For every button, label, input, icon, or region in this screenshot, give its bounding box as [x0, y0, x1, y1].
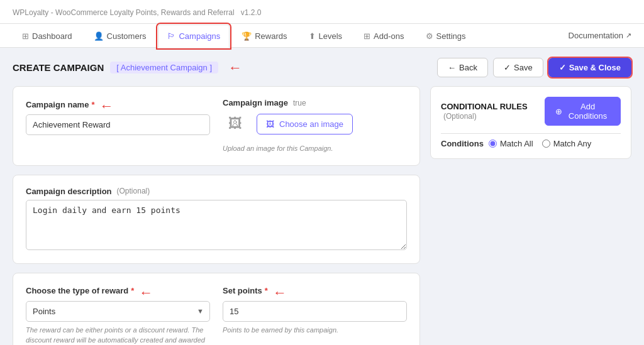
conditional-rules-header: CONDITIONAL RULES (Optional) ⊕ Add Condi…: [441, 97, 621, 126]
main-content: CREATE CAMPAIGN [ Achievement Campaign ]…: [0, 48, 644, 345]
content-layout: Campaign name * ← Campaign image: [13, 86, 631, 345]
conditional-rules-title: CONDITIONAL RULES (Optional): [441, 102, 545, 121]
image-icon: 🖼: [266, 119, 274, 129]
conditions-row: Conditions Match All Match Any: [441, 139, 621, 148]
tab-campaigns[interactable]: 🏳 Campaigns: [158, 25, 230, 48]
name-arrow-indicator: ←: [99, 98, 113, 114]
points-arrow-indicator: ←: [273, 285, 287, 301]
choose-image-button[interactable]: 🖼 Choose an image: [257, 114, 353, 134]
name-image-row: Campaign name * ← Campaign image: [26, 98, 407, 154]
set-points-label: Set points *: [223, 286, 268, 295]
title-arrow-indicator: ←: [228, 60, 242, 76]
nav-bar: ⊞ Dashboard 👤 Customers 🏳 Campaigns 🏆 Re…: [0, 24, 644, 48]
save-icon: ✓: [504, 63, 511, 72]
campaign-name-label: Campaign name *: [26, 100, 94, 109]
header-buttons: ← Back ✓ Save ✓ Save & Close: [437, 58, 631, 77]
campaign-name-label-row: Campaign name * ←: [26, 98, 210, 114]
set-points-label-row: Set points * ←: [223, 285, 407, 301]
save-close-icon: ✓: [559, 63, 566, 72]
reward-type-select-wrapper: Points Discount ▼: [26, 301, 210, 322]
external-link-icon: ↗: [626, 31, 631, 40]
set-points-col: Set points * ← Points to be earned by th…: [223, 285, 407, 336]
page-title: CREATE CAMPAIGN: [13, 62, 104, 73]
save-close-button[interactable]: ✓ Save & Close: [548, 58, 631, 77]
right-panel: CONDITIONAL RULES (Optional) ⊕ Add Condi…: [430, 86, 631, 345]
required-star: *: [91, 100, 94, 109]
image-upload-help: Upload an image for this Campaign.: [223, 143, 407, 154]
match-all-option[interactable]: Match All: [489, 139, 533, 148]
campaign-image-label: Campaign image true: [223, 98, 407, 107]
addons-icon: ⊞: [364, 31, 370, 41]
image-upload-area: 🖼 🖼 Choose an image Upload an image for …: [223, 111, 407, 154]
set-points-help: Points to be earned by this campaign.: [223, 325, 407, 336]
back-icon: ←: [448, 63, 456, 72]
tab-addons[interactable]: ⊞ Add-ons: [354, 25, 413, 48]
image-upload-wrapper: 🖼 🖼 Choose an image: [223, 111, 407, 136]
nav-tabs: ⊞ Dashboard 👤 Customers 🏳 Campaigns 🏆 Re…: [13, 24, 475, 47]
dashboard-icon: ⊞: [22, 31, 29, 41]
app-title: WPLoyalty - WooCommerce Loyalty Points, …: [13, 6, 261, 17]
divider: [441, 133, 621, 134]
tab-levels[interactable]: ⬆ Levels: [299, 25, 352, 48]
customers-icon: 👤: [94, 31, 104, 41]
rewards-icon: 🏆: [242, 31, 252, 41]
campaign-name-col: Campaign name * ←: [26, 98, 210, 154]
reward-required-star: *: [131, 286, 134, 295]
campaign-name-input[interactable]: [26, 114, 210, 135]
reward-type-help: The reward can be either points or a dis…: [26, 325, 210, 346]
back-button[interactable]: ← Back: [437, 58, 488, 77]
match-all-radio[interactable]: [489, 140, 497, 148]
add-conditions-button[interactable]: ⊕ Add Conditions: [545, 97, 621, 126]
reward-type-select[interactable]: Points Discount: [26, 301, 210, 322]
reward-set-row: Choose the type of reward * ← Points Dis…: [26, 285, 407, 346]
tab-customers[interactable]: 👤 Customers: [84, 25, 156, 48]
page-title-area: CREATE CAMPAIGN [ Achievement Campaign ]…: [13, 60, 242, 76]
name-image-section: Campaign name * ← Campaign image: [13, 86, 420, 166]
page-header-row: CREATE CAMPAIGN [ Achievement Campaign ]…: [13, 58, 631, 77]
tab-settings[interactable]: ⚙ Settings: [416, 25, 475, 48]
reward-type-label-row: Choose the type of reward * ←: [26, 285, 210, 301]
reward-type-label: Choose the type of reward *: [26, 286, 134, 295]
conditional-rules-card: CONDITIONAL RULES (Optional) ⊕ Add Condi…: [430, 86, 631, 159]
campaign-description-input[interactable]: Login daily and earn 15 points: [26, 200, 407, 250]
reward-type-col: Choose the type of reward * ← Points Dis…: [26, 285, 210, 346]
conditions-label: Conditions: [441, 139, 484, 148]
reward-points-section: Choose the type of reward * ← Points Dis…: [13, 273, 420, 346]
match-radio-group: Match All Match Any: [489, 139, 591, 148]
match-any-radio[interactable]: [542, 140, 550, 148]
documentation-link[interactable]: Documentation ↗: [569, 31, 631, 40]
settings-icon: ⚙: [426, 31, 433, 41]
description-section: Campaign description (Optional) Login da…: [13, 175, 420, 264]
levels-icon: ⬆: [309, 31, 316, 41]
campaigns-icon: 🏳: [167, 31, 175, 41]
image-placeholder-icon: 🖼: [223, 111, 248, 136]
add-icon: ⊕: [555, 107, 562, 116]
tab-dashboard[interactable]: ⊞ Dashboard: [13, 25, 82, 48]
left-panel: Campaign name * ← Campaign image: [13, 86, 420, 345]
points-required-star: *: [265, 286, 268, 295]
app-header: WPLoyalty - WooCommerce Loyalty Points, …: [0, 0, 644, 24]
save-button[interactable]: ✓ Save: [493, 58, 543, 77]
description-label: Campaign description (Optional): [26, 187, 407, 196]
tab-rewards[interactable]: 🏆 Rewards: [232, 25, 296, 48]
set-points-input[interactable]: [223, 301, 407, 322]
campaign-badge: [ Achievement Campaign ]: [110, 62, 218, 74]
campaign-image-col: Campaign image true 🖼 🖼 Choose an image: [223, 98, 407, 154]
match-any-option[interactable]: Match Any: [542, 139, 592, 148]
reward-arrow-indicator: ←: [139, 285, 153, 301]
